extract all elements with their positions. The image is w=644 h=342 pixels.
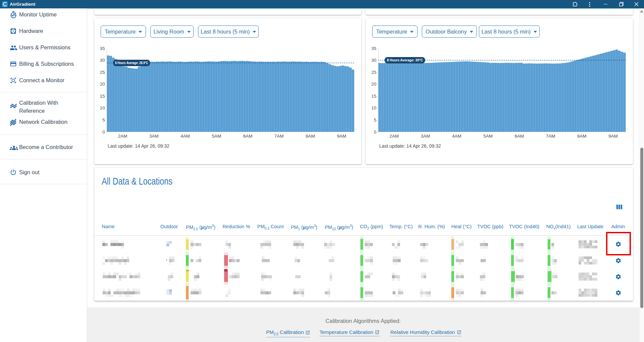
svg-text:20: 20 <box>100 82 105 87</box>
svg-text:25: 25 <box>371 70 376 75</box>
svg-text:35: 35 <box>100 46 105 51</box>
svg-text:5AM: 5AM <box>212 134 221 139</box>
svg-text:30: 30 <box>100 58 105 63</box>
svg-text:10: 10 <box>100 105 105 110</box>
svg-text:10: 10 <box>371 105 376 110</box>
svg-text:0: 0 <box>374 130 377 135</box>
svg-text:3AM: 3AM <box>149 134 159 139</box>
svg-text:9AM: 9AM <box>608 134 618 139</box>
svg-text:8AM: 8AM <box>577 134 587 139</box>
svg-text:3AM: 3AM <box>421 134 430 139</box>
svg-text:0: 0 <box>102 130 105 135</box>
svg-text:5AM: 5AM <box>483 134 493 139</box>
svg-text:15: 15 <box>371 94 376 99</box>
svg-text:4AM: 4AM <box>452 134 461 139</box>
svg-text:6AM: 6AM <box>243 134 252 139</box>
svg-text:2AM: 2AM <box>118 134 128 139</box>
svg-text:9AM: 9AM <box>337 134 346 139</box>
svg-text:2AM: 2AM <box>390 134 399 139</box>
svg-text:25: 25 <box>100 70 105 75</box>
svg-text:7AM: 7AM <box>275 134 284 139</box>
svg-text:30: 30 <box>371 58 376 63</box>
svg-text:5: 5 <box>374 117 377 123</box>
svg-text:8AM: 8AM <box>306 134 315 139</box>
svg-text:4AM: 4AM <box>181 134 190 139</box>
svg-text:6AM: 6AM <box>514 134 524 139</box>
svg-text:5: 5 <box>102 117 105 123</box>
svg-text:20: 20 <box>371 82 376 87</box>
svg-text:7AM: 7AM <box>546 134 555 139</box>
svg-text:35: 35 <box>371 46 376 51</box>
svg-text:15: 15 <box>100 94 105 99</box>
